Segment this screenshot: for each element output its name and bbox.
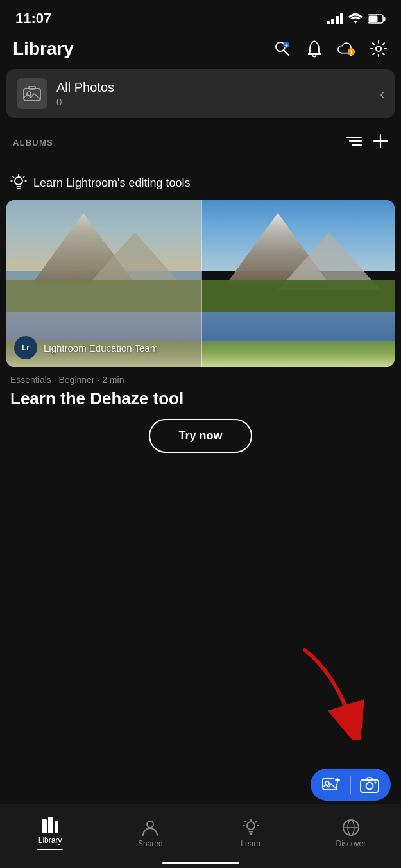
svg-rect-35 [201,280,395,312]
learn-nav-icon [243,819,259,837]
cloud-warning-icon[interactable]: ! [337,39,356,58]
all-photos-chevron: ‹ [380,87,384,101]
svg-rect-2 [369,15,378,22]
svg-rect-12 [29,86,35,89]
svg-text:!: ! [350,49,352,55]
svg-point-9 [376,46,381,51]
svg-point-50 [147,821,153,828]
add-album-icon[interactable] [373,133,388,151]
svg-rect-10 [24,89,40,101]
svg-line-56 [255,821,257,822]
settings-icon[interactable] [369,39,388,58]
search-icon[interactable]: ★ [273,39,292,58]
attribution-name: Lightroom Education Team [44,343,158,353]
learn-section-header: Learn Lightroom's editing tools [6,174,395,191]
all-photos-title: All Photos [56,80,380,95]
header: Library ★ ! [0,33,401,69]
status-icons [327,13,386,24]
try-now-button[interactable]: Try now [149,419,252,453]
svg-point-18 [15,177,22,185]
discover-nav-label: Discover [336,839,366,848]
albums-header: ALBUMS [0,128,401,159]
svg-line-55 [245,821,246,822]
photos-icon [17,78,47,109]
svg-point-45 [366,783,373,790]
svg-text:★: ★ [284,44,289,48]
nav-discover[interactable]: Discover [301,804,401,855]
learn-tool-title: Learn the Dehaze tool [6,386,395,419]
learn-header-text: Learn Lightroom's editing tools [33,176,191,190]
svg-rect-49 [55,821,58,833]
bell-icon[interactable] [305,39,324,58]
svg-line-4 [284,51,289,56]
battery-icon [368,14,386,24]
nav-library[interactable]: Library [0,804,100,855]
shared-nav-icon [142,819,158,837]
sort-icon[interactable] [346,135,363,150]
card-attribution: Lr Lightroom Education Team [14,336,158,359]
camera-icon[interactable] [360,776,379,793]
all-photos-info: All Photos 0 [56,80,380,107]
learn-meta: Essentials · Beginner · 2 min [6,367,395,386]
svg-rect-37 [201,341,395,367]
page-title: Library [13,38,74,59]
all-photos-count: 0 [56,96,380,107]
library-nav-label: Library [38,836,62,845]
svg-line-22 [13,176,14,178]
wifi-icon [348,13,363,24]
learn-card-image: Lr Lightroom Education Team [6,200,395,367]
bottom-nav: Library Shared L [0,804,401,868]
albums-actions [346,133,388,151]
svg-line-23 [24,176,25,178]
nav-shared[interactable]: Shared [100,804,200,855]
fab-divider [350,776,351,794]
all-photos-row[interactable]: All Photos 0 ‹ [6,69,395,118]
learn-card[interactable]: Lr Lightroom Education Team [6,200,395,367]
arrow-indicator [286,637,375,740]
nav-learn[interactable]: Learn [201,804,301,855]
svg-rect-48 [48,817,53,833]
svg-point-46 [375,782,377,784]
learn-nav-label: Learn [241,839,260,848]
albums-title: ALBUMS [13,138,53,148]
lr-avatar: Lr [14,336,37,359]
after-image [201,200,395,367]
status-bar: 11:07 [0,0,401,33]
add-photo-fab[interactable] [311,769,391,801]
discover-nav-icon [342,819,360,837]
svg-rect-36 [201,312,395,341]
library-nav-indicator [37,849,63,850]
status-time: 11:07 [15,10,51,27]
library-nav-icon [41,817,59,833]
lightbulb-icon [10,174,27,191]
svg-rect-47 [42,819,47,833]
svg-rect-1 [384,17,386,21]
learn-section: Learn Lightroom's editing tools [0,159,401,472]
header-icons: ★ ! [273,39,388,58]
signal-icon [327,13,343,24]
home-indicator [162,862,239,864]
svg-point-51 [247,822,255,830]
add-to-library-icon [322,775,341,794]
shared-nav-label: Shared [138,839,163,848]
